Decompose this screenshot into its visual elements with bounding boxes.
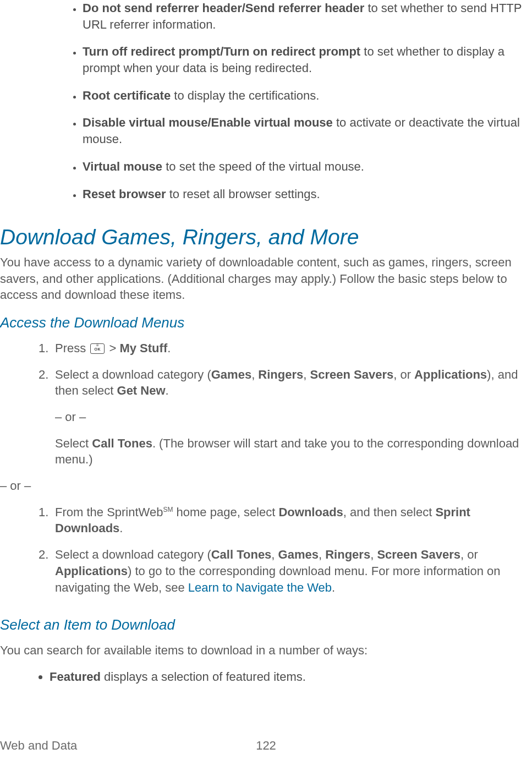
gt: > (106, 341, 119, 355)
access-steps-b: From the SprintWebSM home page, select D… (0, 504, 532, 605)
bullet-referrer: Do not send referrer header/Send referre… (83, 0, 532, 43)
cat-ringers: Ringers (258, 368, 303, 381)
text: Select a download category ( (55, 368, 211, 381)
cat-games: Games (211, 368, 251, 381)
para-select-item: You can search for available items to do… (0, 642, 532, 659)
cat-applications: Applications (55, 564, 128, 578)
cat-games: Games (278, 548, 319, 561)
bullet-bold: Disable virtual mouse/Enable virtual mou… (83, 116, 333, 129)
period: . (166, 384, 169, 397)
learn-navigate-web-link[interactable]: Learn to Navigate the Web (188, 581, 332, 594)
or: , or (460, 548, 478, 561)
select-item-bullets: Featured displays a selection of feature… (0, 669, 532, 696)
cat-ringers: Ringers (325, 548, 370, 561)
sm-mark: SM (163, 505, 173, 513)
bullet-bold: Root certificate (83, 89, 171, 102)
access-steps-a: Press > My Stuff. Select a download cate… (0, 340, 532, 409)
text: From the SprintWeb (55, 505, 163, 519)
call-tones-label: Call Tones (92, 436, 152, 450)
bullet-virtual-mouse-speed: Virtual mouse to set the speed of the vi… (83, 159, 532, 186)
step-select-category-a: Select a download category (Games, Ringe… (39, 367, 532, 409)
page-footer: Web and Data 122 (0, 737, 532, 754)
bullet-bold: Do not send referrer header/Send referre… (83, 1, 364, 15)
period: . (167, 341, 171, 355)
cat-screen-savers: Screen Savers (377, 548, 460, 561)
footer-page-number: 122 (0, 737, 532, 754)
comma: , (271, 548, 278, 561)
text: home page, select (173, 505, 278, 519)
bullet-featured: Featured displays a selection of feature… (50, 669, 532, 696)
bullet-redirect: Turn off redirect prompt/Turn on redirec… (83, 43, 532, 87)
bullet-reset-browser: Reset browser to reset all browser setti… (83, 186, 532, 214)
text: Select (55, 436, 92, 450)
bullet-bold: Reset browser (83, 187, 166, 201)
bullet-text: to set the speed of the virtual mouse. (162, 160, 364, 173)
step-sprintweb-home: From the SprintWebSM home page, select D… (39, 504, 532, 547)
text: displays a selection of featured items. (101, 670, 306, 684)
footer-section-title: Web and Data (0, 737, 77, 754)
bullet-virtual-mouse-toggle: Disable virtual mouse/Enable virtual mou… (83, 114, 532, 158)
comma: , (319, 548, 325, 561)
downloads-label: Downloads (278, 505, 343, 519)
step-select-category-b: Select a download category (Call Tones, … (39, 547, 532, 605)
or-separator-inner: – or – (0, 409, 532, 435)
heading-download-games: Download Games, Ringers, and More (0, 223, 532, 252)
cat-applications: Applications (414, 368, 487, 381)
step-press-ok: Press > My Stuff. (39, 340, 532, 367)
text: , and then select (343, 505, 436, 519)
comma: , (370, 548, 377, 561)
or: , or (393, 368, 414, 381)
bullet-bold: Turn off redirect prompt/Turn on redirec… (83, 45, 360, 58)
heading-select-item: Select an Item to Download (0, 615, 532, 635)
period: . (332, 581, 335, 594)
get-new-label: Get New (117, 384, 166, 397)
step-select-call-tones: Select Call Tones. (The browser will sta… (0, 435, 532, 478)
menu-ok-key-icon (90, 343, 105, 354)
cat-call-tones: Call Tones (211, 548, 272, 561)
text: Press (55, 341, 89, 355)
browser-settings-bullets: Do not send referrer header/Send referre… (0, 0, 532, 213)
featured-label: Featured (50, 670, 101, 684)
heading-access-menus: Access the Download Menus (0, 313, 532, 332)
my-stuff-label: My Stuff (119, 341, 167, 355)
bullet-root-cert: Root certificate to display the certific… (83, 88, 532, 115)
bullet-text: to display the certifications. (171, 89, 319, 102)
bullet-text: to reset all browser settings. (166, 187, 320, 201)
comma: , (303, 368, 310, 381)
period: . (119, 521, 123, 535)
intro-download: You have access to a dynamic variety of … (0, 254, 532, 303)
comma: , (251, 368, 258, 381)
or-separator-outer: – or – (0, 478, 532, 504)
cat-screen-savers: Screen Savers (310, 368, 394, 381)
text: Select a download category ( (55, 548, 211, 561)
bullet-bold: Virtual mouse (83, 160, 162, 173)
